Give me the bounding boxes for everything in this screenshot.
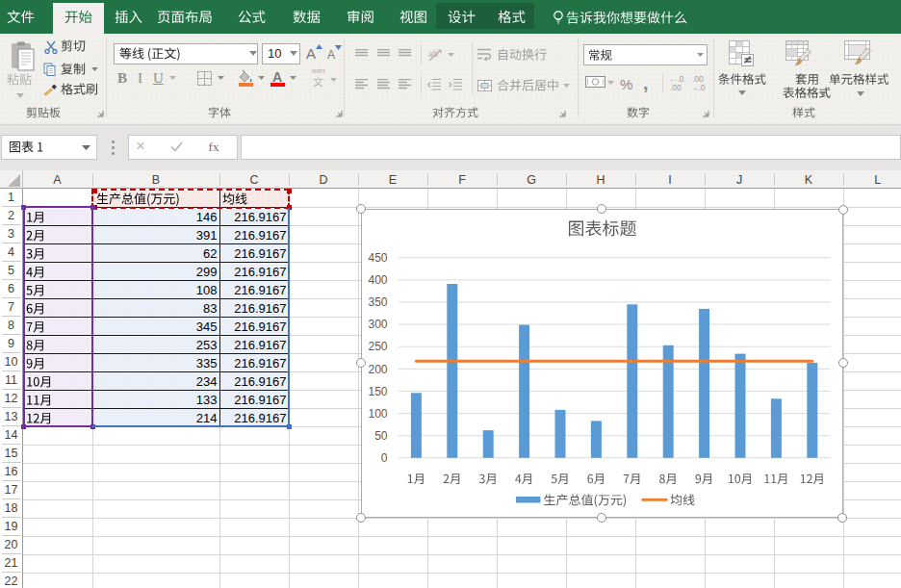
svg-text:150: 150 <box>368 385 387 398</box>
svg-text:400: 400 <box>368 273 387 287</box>
svg-text:100: 100 <box>368 407 387 421</box>
svg-text:250: 250 <box>368 340 387 353</box>
svg-text:300: 300 <box>368 318 387 331</box>
svg-text:200: 200 <box>368 363 387 376</box>
svg-text:0: 0 <box>380 451 387 465</box>
svg-text:350: 350 <box>368 295 387 309</box>
svg-text:450: 450 <box>368 251 387 265</box>
svg-text:50: 50 <box>374 429 388 443</box>
